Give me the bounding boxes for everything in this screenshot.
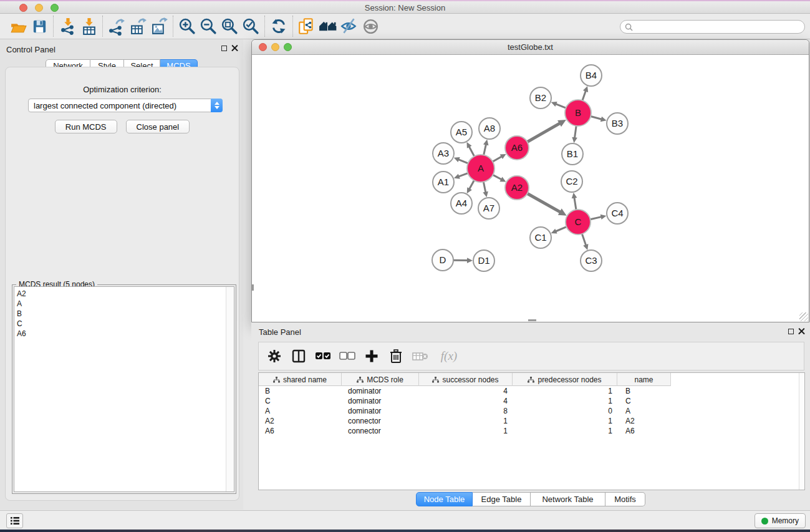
edge-C-C1[interactable] — [556, 227, 567, 231]
unselect-all-button[interactable] — [338, 347, 357, 365]
edge-B-B4[interactable] — [582, 91, 586, 101]
column-header-MCDS-role[interactable]: MCDS role — [342, 373, 419, 386]
search-input[interactable] — [633, 22, 789, 31]
import-table-button[interactable] — [78, 16, 99, 37]
function-builder-button[interactable]: f(x) — [435, 347, 463, 365]
edge-A-A7[interactable] — [483, 182, 485, 193]
close-table-panel-icon[interactable] — [798, 328, 805, 335]
table-cell[interactable]: 0 — [513, 407, 617, 415]
show-columns-button[interactable] — [289, 347, 308, 365]
edge-C-C4[interactable] — [591, 217, 602, 220]
table-cell[interactable]: C — [617, 397, 671, 405]
optimization-criterion-dropdown[interactable]: largest connected component (directed) — [28, 99, 223, 112]
edge-C-C3[interactable] — [582, 234, 586, 245]
edge-A-A4[interactable] — [470, 180, 475, 189]
export-network-button[interactable] — [106, 16, 127, 37]
edge-A-A2[interactable] — [493, 175, 501, 179]
edge-A-A6[interactable] — [493, 157, 502, 162]
table-settings-button[interactable] — [265, 347, 284, 365]
table-cell[interactable]: C — [259, 397, 342, 405]
table-cell[interactable]: 4 — [419, 387, 513, 395]
edge-A2-C[interactable] — [528, 193, 561, 212]
tab-network-table[interactable]: Network Table — [531, 492, 605, 506]
table-cell[interactable]: 1 — [513, 427, 617, 435]
task-history-button[interactable] — [6, 513, 23, 528]
network-window-titlebar[interactable]: testGlobe.txt — [252, 40, 809, 55]
table-cell[interactable]: dominator — [342, 397, 419, 405]
resize-grip-icon[interactable] — [799, 312, 808, 321]
horizontal-scroll-thumb[interactable] — [528, 319, 536, 321]
result-list-item[interactable]: B — [14, 309, 225, 319]
table-cell[interactable]: connector — [342, 417, 419, 425]
table-scrollbar[interactable] — [799, 373, 804, 490]
apply-layout-button[interactable] — [268, 16, 289, 37]
table-row[interactable]: Bdominator41B — [259, 386, 804, 396]
edge-B-B3[interactable] — [591, 116, 602, 119]
table-row[interactable]: Cdominator41C — [259, 396, 804, 406]
edge-A-A5[interactable] — [469, 147, 474, 157]
edge-A6-B[interactable] — [527, 123, 559, 142]
duplicate-network-button[interactable] — [296, 16, 317, 37]
import-network-button[interactable] — [57, 16, 78, 37]
mcds-result-list[interactable]: A2ABCA6 — [14, 286, 234, 492]
add-row-button[interactable] — [362, 347, 381, 365]
result-list-item[interactable]: C — [14, 319, 225, 329]
table-cell[interactable]: dominator — [342, 387, 419, 395]
close-panel-icon[interactable] — [231, 45, 238, 52]
column-header-shared-name[interactable]: shared name — [259, 373, 342, 386]
zoom-selected-button[interactable] — [240, 16, 261, 37]
result-list-item[interactable]: A — [14, 299, 225, 309]
table-row[interactable]: Adominator80A — [259, 406, 804, 416]
tab-edge-table[interactable]: Edge Table — [473, 492, 531, 506]
column-header-name[interactable]: name — [617, 373, 671, 386]
table-cell[interactable]: B — [617, 387, 671, 395]
column-header-successor-nodes[interactable]: successor nodes — [419, 373, 513, 386]
zoom-in-button[interactable] — [176, 16, 198, 37]
column-header-predecessor-nodes[interactable]: predecessor nodes — [513, 373, 617, 386]
table-cell[interactable]: 1 — [513, 397, 617, 405]
show-panel-button[interactable] — [360, 16, 381, 37]
delete-button[interactable] — [387, 347, 405, 365]
zoom-fit-button[interactable] — [219, 16, 240, 37]
edge-A-A3[interactable] — [458, 160, 468, 163]
float-table-panel-icon[interactable] — [788, 329, 794, 334]
table-cell[interactable]: dominator — [342, 407, 419, 415]
table-cell[interactable]: A — [259, 407, 342, 415]
dropdown-stepper-icon[interactable] — [211, 99, 223, 112]
table-cell[interactable]: A2 — [617, 417, 671, 425]
table-cell[interactable]: B — [259, 387, 342, 395]
table-cell[interactable]: 1 — [513, 417, 617, 425]
table-cell[interactable]: 1 — [513, 387, 617, 395]
network-graph[interactable]: AA1A2A3A4A5A6A7A8BB1B2B3B4CC1C2C3C4DD1 — [252, 55, 809, 322]
select-all-button[interactable] — [314, 347, 332, 365]
home-layout-button[interactable] — [317, 16, 339, 37]
search-field[interactable] — [620, 20, 805, 34]
memory-button[interactable]: Memory — [755, 513, 806, 528]
vertical-scroll-thumb[interactable] — [252, 284, 254, 291]
save-session-button[interactable] — [29, 16, 50, 37]
table-cell[interactable]: 8 — [419, 407, 513, 415]
edge-A-A1[interactable] — [458, 173, 468, 177]
network-canvas[interactable]: AA1A2A3A4A5A6A7A8BB1B2B3B4CC1C2C3C4DD1 — [252, 55, 809, 322]
float-panel-icon[interactable] — [221, 46, 227, 51]
tab-motifs[interactable]: Motifs — [605, 492, 645, 506]
edge-B-B1[interactable] — [575, 126, 577, 138]
table-cell[interactable]: 1 — [419, 427, 513, 435]
edge-B-B2[interactable] — [556, 104, 566, 109]
delete-table-button[interactable] — [411, 347, 430, 365]
table-cell[interactable]: 1 — [419, 417, 513, 425]
table-row[interactable]: A6connector11A6 — [259, 426, 804, 436]
close-panel-button[interactable]: Close panel — [126, 120, 190, 133]
hide-panel-button[interactable] — [339, 16, 360, 37]
table-cell[interactable]: 4 — [419, 397, 513, 405]
export-image-button[interactable] — [148, 16, 170, 37]
result-list-item[interactable]: A6 — [14, 329, 225, 339]
result-list-item[interactable]: A2 — [14, 289, 225, 299]
edge-C-C2[interactable] — [574, 198, 576, 210]
table-row[interactable]: A2connector11A2 — [259, 416, 804, 426]
table-cell[interactable]: A6 — [617, 427, 671, 435]
table-cell[interactable]: A6 — [259, 427, 342, 435]
zoom-out-button[interactable] — [198, 16, 219, 37]
table-cell[interactable]: A2 — [259, 417, 342, 425]
result-scrollbar[interactable] — [226, 287, 234, 491]
